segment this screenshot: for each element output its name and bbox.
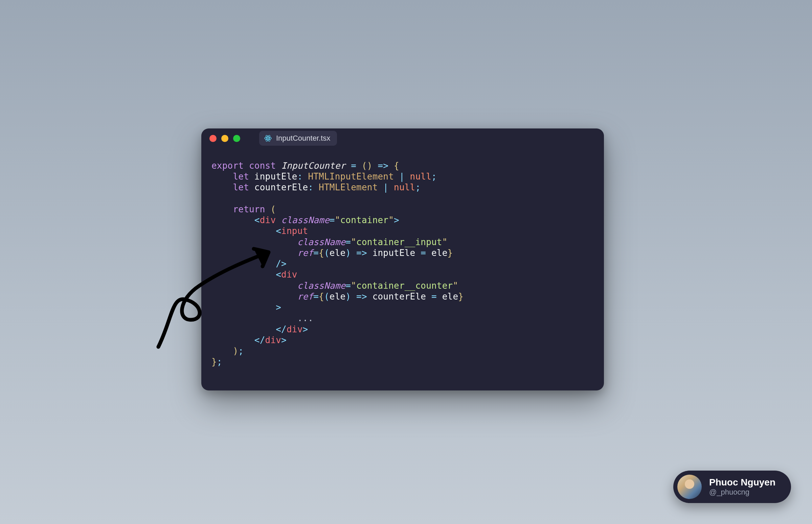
author-badge[interactable]: Phuoc Nguyen @_phuocng	[673, 471, 791, 503]
kw-export: export	[211, 161, 244, 171]
react-icon	[264, 134, 272, 142]
close-icon[interactable]	[209, 135, 217, 142]
svg-point-3	[267, 137, 269, 139]
author-handle: @_phuocng	[709, 488, 776, 496]
author-name: Phuoc Nguyen	[709, 477, 776, 488]
code-block: export const InputCounter = () => { let …	[201, 148, 604, 377]
code-window: InputCounter.tsx export const InputCount…	[201, 129, 604, 391]
avatar	[677, 475, 702, 499]
traffic-lights	[209, 135, 240, 142]
zoom-icon[interactable]	[233, 135, 240, 142]
window-titlebar: InputCounter.tsx	[201, 129, 604, 148]
author-text: Phuoc Nguyen @_phuocng	[709, 477, 776, 496]
minimize-icon[interactable]	[221, 135, 228, 142]
canvas: InputCounter.tsx export const InputCount…	[0, 0, 812, 524]
kw-const: const	[249, 161, 276, 171]
component-name: InputCounter	[281, 161, 346, 171]
file-tab[interactable]: InputCounter.tsx	[259, 131, 337, 146]
file-tab-label: InputCounter.tsx	[276, 134, 330, 143]
